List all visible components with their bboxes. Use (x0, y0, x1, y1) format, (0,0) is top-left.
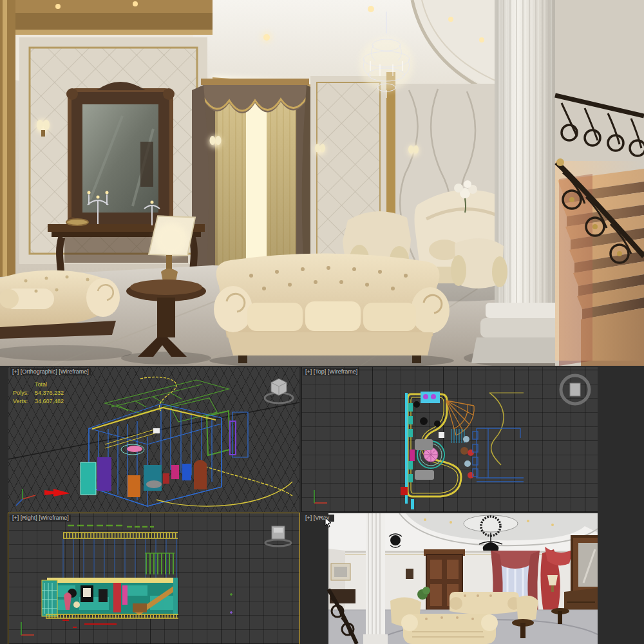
elevation-strip (42, 578, 178, 616)
viewport-top-label[interactable]: [+] [Top] [Wireframe] (303, 368, 359, 375)
viewport-orthographic-label[interactable]: [+] [Orthographic] [Wireframe] (10, 368, 91, 375)
stats-verts-value: 34,607,482 (35, 398, 64, 404)
render-mirror (572, 536, 598, 593)
viewport-top[interactable]: [+] [Top] [Wireframe] (301, 367, 598, 512)
viewport-right-active[interactable]: [+] [Right] [Wireframe] (8, 513, 299, 644)
viewcube[interactable] (262, 374, 296, 407)
selection-arrow (44, 489, 70, 497)
viewcube[interactable] (263, 522, 293, 548)
interior-render-photo (0, 0, 644, 366)
interior-render-graphic (0, 0, 644, 366)
mouse-cursor (325, 517, 332, 527)
stair-plan (446, 401, 474, 435)
stats-polys-label: Polys: (13, 389, 35, 397)
stats-total-label: Total (35, 381, 47, 388)
right-wireframe-graphic (8, 513, 299, 644)
render-column (363, 513, 388, 644)
axis-tripod (307, 485, 332, 508)
viewcube[interactable] (558, 372, 592, 407)
viewport-right-label[interactable]: [+] [Right] [Wireframe] (10, 515, 71, 522)
poly-statistics: Total Polys:54,376,232 Verts:34,607,482 (13, 381, 64, 406)
top-wireframe-graphic (301, 367, 598, 512)
stats-verts-label: Verts: (13, 397, 35, 406)
stats-polys-value: 54,376,232 (35, 390, 64, 396)
axis-tripod (14, 486, 39, 508)
viewport-orthographic[interactable]: [+] [Orthographic] [Wireframe] Total Pol… (8, 367, 299, 512)
camera-shaded-graphic (301, 513, 598, 644)
viewport-camera[interactable]: [+] [VRay (301, 513, 598, 644)
red-object-plan (401, 487, 408, 495)
max-viewport-area: [+] [Orthographic] [Wireframe] Total Pol… (0, 366, 644, 644)
axis-tripod (14, 617, 39, 640)
